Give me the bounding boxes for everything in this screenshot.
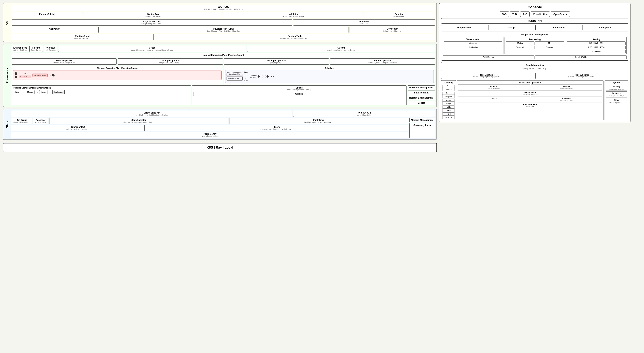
resource-fault: Resource Management Fault Tolerant Heart… <box>408 86 435 105</box>
toc-button[interactable]: ToC <box>500 12 509 17</box>
catalog-function[interactable]: Function <box>442 88 455 91</box>
keygroup-cell: KeyGroup Sharding | Scalable | ... <box>12 118 32 124</box>
state-content: Graph State API V | E | VE | query | add… <box>12 110 435 138</box>
monitor-profiler-row: Monitor Metric | Alert | Audit Profiler … <box>458 84 602 90</box>
sql-gql-cell: SQL + GQL CREATE | INSERT | SELECT | MAT… <box>12 5 435 11</box>
pipeline-cell: Pipeline Task | Service <box>30 46 43 52</box>
memory-secondary: Memory Management Secondary Index <box>410 118 435 138</box>
catalog-view[interactable]: View <box>442 109 455 112</box>
framework-section: Framework Environment submit | shutdown … <box>3 44 437 107</box>
arrow1: → <box>22 91 25 94</box>
task-ops-inner: Monitor Metric | Alert | Audit Profiler … <box>458 84 602 108</box>
client-box: Client <box>13 90 21 94</box>
intelligence-btn[interactable]: Intelligence <box>582 25 628 30</box>
release-builder-item: Release Builder Resolve | Compile | Pack… <box>441 73 534 79</box>
rpc-cell: RPC | HTTP | JDBC <box>567 46 626 49</box>
graph-task-ops-title: Graph Task Operations <box>458 82 602 84</box>
runtime-components: Runtime Components (ClusterManager) Clie… <box>12 86 191 105</box>
graph-assets-btn[interactable]: Graph Assets <box>441 25 487 30</box>
dsl-row2: Parser (Calcite) Syntax Tree SqlNode | S… <box>12 12 435 18</box>
system-items: Security Tenant | User | Authority Resou… <box>606 85 627 104</box>
exec-arrows: → ExecutionEdge <box>18 72 31 78</box>
catalog-vertex[interactable]: Vertex <box>442 98 455 102</box>
visualization-button[interactable]: Visualization <box>531 12 550 17</box>
opensource-button[interactable]: OpenSource <box>551 12 570 17</box>
catalog-field[interactable]: Field <box>442 112 455 116</box>
graph-job-cols: Transmission Integration Distribution Pr… <box>443 37 627 54</box>
trav-compute-row: Traversal Compute <box>506 46 564 49</box>
tob-button[interactable]: ToB <box>510 12 519 17</box>
transmission-col: Transmission Integration Distribution <box>443 37 504 54</box>
field-mapping-cell: Field Mapping <box>443 56 534 59</box>
resource-item: Resource Cluster | Version | Plugin <box>606 92 627 98</box>
window-cell: Window All | Tumbling <box>44 46 57 52</box>
graph-state-api-cell: Graph State API V | E | VE | query | add… <box>12 110 292 117</box>
security-item: Security Tenant | User | Authority <box>606 85 627 91</box>
exec-vertex-box: ExecutionVertex <box>32 74 48 77</box>
runtime-graph-cell: RuntimeGraph traversal | compute | ... <box>12 34 154 40</box>
state-label: State <box>5 110 10 138</box>
serving-col: Serving DDL | DML | DQL RPC | HTTP | JDB… <box>566 37 627 54</box>
state-operator-cell: StateOperator finish | archive | compact… <box>49 118 228 124</box>
cloud-native-btn[interactable]: Cloud Native <box>536 25 582 30</box>
traversal-cell: Traversal <box>506 46 534 49</box>
exec-edge-box: ExecutionEdge <box>18 76 31 78</box>
framework-label: Framework <box>5 46 10 105</box>
function-title: Function <box>366 13 434 16</box>
stream-cell: Stream map | reduce | union | join | key… <box>247 46 435 52</box>
catalog-endpoint[interactable]: Endpoint <box>442 95 455 98</box>
processing-col: Processing Mining ML Traversal Compute <box>504 37 565 54</box>
system-title: System <box>606 82 627 84</box>
syntax-tree-title: Syntax Tree <box>86 13 221 16</box>
sched-circle <box>238 77 241 80</box>
exec-node2 <box>14 76 17 78</box>
dataops-btn[interactable]: DataOps <box>488 25 534 30</box>
console-title: Console <box>441 5 628 9</box>
converter-cell: Converter <box>12 27 97 33</box>
task-submitter-title: Task Submitter <box>536 74 627 76</box>
sql-gql-sub: CREATE | INSERT | SELECT | MATCH | RETUR… <box>13 8 433 10</box>
task-submitter-item: Task Submitter Arguments | Runtime | Han… <box>536 73 628 79</box>
tog-button[interactable]: ToG <box>520 12 530 17</box>
catalog-table[interactable]: Table <box>442 106 455 108</box>
exec-diagram-inner: → ExecutionEdge ExecutionVertex → <box>13 70 222 80</box>
catalog-items: Job Function Graph Endpoint Vertex Edge … <box>442 85 455 119</box>
catalog-edge[interactable]: Edge <box>442 102 455 105</box>
dsl-section: DSL SQL + GQL CREATE | INSERT | SELECT |… <box>3 3 437 42</box>
system-col: System Security Tenant | User | Authorit… <box>604 80 628 120</box>
console-section: Console ToC ToB ToG Visualization OpenSo… <box>439 3 630 122</box>
right-panel: Console ToC ToB ToG Visualization OpenSo… <box>439 3 630 152</box>
cycle-nodes <box>258 75 269 78</box>
validator-title: Validator <box>226 13 361 16</box>
dsl-row5: RuntimeGraph traversal | compute | ... R… <box>12 34 435 40</box>
workers-cell: Workers <box>193 92 405 96</box>
event-label2: Event <box>244 80 248 82</box>
pushdown-cell: PushDown filter | limit | order | projec… <box>229 118 408 124</box>
exec-node3 <box>52 74 54 76</box>
sched-left: CycleScheduler StateMachine <box>226 72 242 81</box>
state-machine-box: StateMachine <box>226 76 242 81</box>
runtime-row: Runtime Components (ClusterManager) Clie… <box>12 86 435 105</box>
driver-box: Driver <box>39 90 48 94</box>
catalog-instance[interactable]: Instance <box>442 116 455 119</box>
release-task-row: Release Builder Resolve | Compile | Pack… <box>441 73 628 79</box>
graph-modeling-section: Graph Modeling Entity & Relation & Prope… <box>441 62 628 71</box>
graph-fw-cell: Graph append | increment | snapshot | co… <box>58 46 246 52</box>
sched-right: CycleHead CycleTail <box>250 75 274 78</box>
field-map-row: Field Mapping Graph & Table <box>443 56 627 59</box>
graph-table-cell: Graph & Table <box>535 56 627 59</box>
syntax-tree-cell: Syntax Tree SqlNode | SqlOperator <box>84 12 223 18</box>
runtime-table-title: RuntimeTable <box>156 35 433 38</box>
left-panel: DSL SQL + GQL CREATE | INSERT | SELECT |… <box>3 3 437 152</box>
exec-arrow: → <box>23 72 26 75</box>
serving-title: Serving <box>567 38 626 41</box>
catalog-graph[interactable]: Graph <box>442 92 455 95</box>
logical-exec-cell: Logical Execution Plan (PipelineGraph) <box>12 53 435 57</box>
catalog-job[interactable]: Job <box>442 85 455 88</box>
metrics-cell: Metrics <box>408 101 435 105</box>
dsl-row3: Logical Plan (IR) Logical | Graph | Path… <box>12 19 435 26</box>
shuffle-cell: Shuffle Reader | Writer | Channel | Buff… <box>192 86 406 105</box>
graph-job-section: Graph Job Development Transmission Integ… <box>441 32 628 60</box>
function-sub: UDF | UDGA | ... <box>366 16 434 17</box>
one-input-op-cell: OneInputOperator map | reduce | union | … <box>118 58 223 64</box>
